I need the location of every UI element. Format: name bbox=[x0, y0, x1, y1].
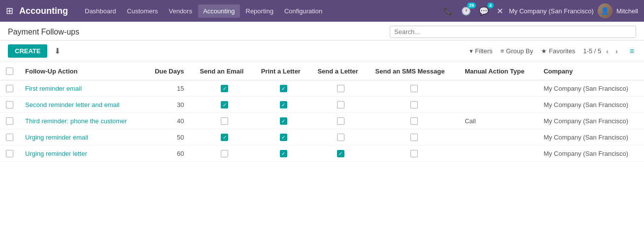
follow-up-action-cell[interactable]: Urging reminder letter bbox=[19, 145, 144, 162]
print-letter-cell[interactable]: ✓ bbox=[255, 129, 312, 145]
row-checkbox[interactable] bbox=[6, 150, 13, 157]
nav-reporting[interactable]: Reporting bbox=[241, 4, 278, 18]
page-title: Payment Follow-ups bbox=[8, 28, 390, 36]
follow-up-action-cell[interactable]: First reminder email bbox=[19, 80, 144, 97]
row-select[interactable] bbox=[0, 97, 19, 113]
follow-up-action-link[interactable]: Second reminder letter and email bbox=[25, 101, 120, 108]
clock-icon[interactable]: 🕐 29 bbox=[459, 4, 473, 18]
send-email-cell[interactable]: ✓ bbox=[194, 80, 255, 97]
table-row: First reminder email15✓✓My Company (San … bbox=[0, 80, 644, 97]
table-row: Third reminder: phone the customer40✓Cal… bbox=[0, 113, 644, 129]
table-wrap: Follow-Up Action Due Days Send an Email … bbox=[0, 62, 644, 162]
row-select[interactable] bbox=[0, 145, 19, 162]
send-email-cell[interactable] bbox=[194, 145, 255, 162]
row-select[interactable] bbox=[0, 113, 19, 129]
follow-up-action-cell[interactable]: Urging reminder email bbox=[19, 129, 144, 145]
follow-up-action-link[interactable]: Urging reminder letter bbox=[25, 150, 87, 157]
groupby-button[interactable]: ≡ Group By bbox=[500, 47, 533, 55]
col-header-manual-action: Manual Action Type bbox=[459, 62, 538, 80]
filter-icon: ▾ bbox=[470, 47, 473, 55]
pagination: 1-5 / 5 ‹ › bbox=[583, 46, 619, 56]
company-cell: My Company (San Francisco) bbox=[538, 129, 644, 145]
company-cell: My Company (San Francisco) bbox=[538, 97, 644, 113]
chat-badge: 4 bbox=[487, 2, 494, 8]
nav-configuration[interactable]: Configuration bbox=[279, 4, 327, 18]
manual-action-cell bbox=[459, 129, 538, 145]
search-input[interactable] bbox=[394, 28, 632, 36]
due-days-cell: 30 bbox=[144, 97, 194, 113]
send-letter-cell[interactable] bbox=[311, 97, 369, 113]
pagination-text: 1-5 / 5 bbox=[583, 47, 601, 55]
print-letter-cell[interactable]: ✓ bbox=[255, 80, 312, 97]
due-days-cell: 40 bbox=[144, 113, 194, 129]
send-letter-cell[interactable] bbox=[311, 113, 369, 129]
col-header-send-sms: Send an SMS Message bbox=[370, 62, 459, 80]
company-cell: My Company (San Francisco) bbox=[538, 145, 644, 162]
payment-followups-table: Follow-Up Action Due Days Send an Email … bbox=[0, 62, 644, 162]
send-letter-cell[interactable] bbox=[311, 129, 369, 145]
print-letter-cell[interactable]: ✓ bbox=[255, 97, 312, 113]
row-checkbox[interactable] bbox=[6, 101, 13, 108]
print-letter-cell[interactable]: ✓ bbox=[255, 113, 312, 129]
favorites-button[interactable]: ★ Favorites bbox=[541, 47, 575, 55]
send-sms-cell[interactable] bbox=[370, 145, 459, 162]
row-select[interactable] bbox=[0, 80, 19, 97]
table-row: Second reminder letter and email30✓✓My C… bbox=[0, 97, 644, 113]
search-bar-row: Payment Follow-ups bbox=[0, 22, 644, 40]
row-select[interactable] bbox=[0, 129, 19, 145]
select-all-header[interactable] bbox=[0, 62, 19, 80]
toolbar: CREATE ⬇ ▾ Filters ≡ Group By ★ Favorite… bbox=[0, 40, 644, 62]
prev-page-button[interactable]: ‹ bbox=[604, 46, 610, 56]
groupby-label: Group By bbox=[506, 47, 533, 55]
send-sms-cell[interactable] bbox=[370, 80, 459, 97]
follow-up-action-cell[interactable]: Third reminder: phone the customer bbox=[19, 113, 144, 129]
manual-action-cell bbox=[459, 80, 538, 97]
nav-dashboard[interactable]: Dashboard bbox=[80, 4, 121, 18]
due-days-cell: 50 bbox=[144, 129, 194, 145]
manual-action-cell bbox=[459, 97, 538, 113]
send-sms-cell[interactable] bbox=[370, 97, 459, 113]
list-view-button[interactable]: ≡ bbox=[628, 46, 636, 57]
download-button[interactable]: ⬇ bbox=[51, 44, 64, 58]
company-cell: My Company (San Francisco) bbox=[538, 80, 644, 97]
create-button[interactable]: CREATE bbox=[8, 44, 47, 58]
close-icon[interactable]: ✕ bbox=[495, 4, 505, 18]
nav-customers[interactable]: Customers bbox=[122, 4, 163, 18]
follow-up-action-link[interactable]: Third reminder: phone the customer bbox=[25, 117, 127, 125]
toolbar-right: ▾ Filters ≡ Group By ★ Favorites 1-5 / 5… bbox=[470, 46, 636, 57]
follow-up-action-link[interactable]: First reminder email bbox=[25, 85, 82, 92]
chat-icon[interactable]: 💬 4 bbox=[477, 4, 491, 18]
search-box[interactable] bbox=[390, 26, 636, 38]
row-checkbox[interactable] bbox=[6, 85, 13, 92]
next-page-button[interactable]: › bbox=[613, 46, 620, 56]
top-nav: ⊞ Accounting Dashboard Customers Vendors… bbox=[0, 0, 644, 22]
row-checkbox[interactable] bbox=[6, 117, 13, 125]
follow-up-action-cell[interactable]: Second reminder letter and email bbox=[19, 97, 144, 113]
nav-username: Mitchell bbox=[616, 7, 638, 15]
avatar[interactable]: 👤 bbox=[598, 3, 612, 18]
company-cell: My Company (San Francisco) bbox=[538, 113, 644, 129]
send-letter-cell[interactable] bbox=[311, 80, 369, 97]
table-row: Urging reminder letter60✓✓My Company (Sa… bbox=[0, 145, 644, 162]
favorites-label: Favorites bbox=[549, 47, 575, 55]
nav-vendors[interactable]: Vendors bbox=[164, 4, 197, 18]
print-letter-cell[interactable]: ✓ bbox=[255, 145, 312, 162]
send-email-cell[interactable]: ✓ bbox=[194, 129, 255, 145]
due-days-cell: 15 bbox=[144, 80, 194, 97]
filters-button[interactable]: ▾ Filters bbox=[470, 47, 492, 55]
nav-accounting[interactable]: Accounting bbox=[198, 4, 239, 18]
col-header-due-days: Due Days bbox=[144, 62, 194, 80]
send-email-cell[interactable] bbox=[194, 113, 255, 129]
follow-up-action-link[interactable]: Urging reminder email bbox=[25, 134, 88, 141]
phone-icon[interactable]: 📞 bbox=[441, 4, 455, 18]
app-brand: Accounting bbox=[19, 6, 68, 16]
send-letter-cell[interactable]: ✓ bbox=[311, 145, 369, 162]
send-sms-cell[interactable] bbox=[370, 129, 459, 145]
nav-company: My Company (San Francisco) bbox=[509, 7, 594, 15]
nav-links: Dashboard Customers Vendors Accounting R… bbox=[80, 4, 440, 18]
send-sms-cell[interactable] bbox=[370, 113, 459, 129]
row-checkbox[interactable] bbox=[6, 134, 13, 141]
app-grid-icon[interactable]: ⊞ bbox=[6, 5, 13, 16]
select-all-checkbox[interactable] bbox=[6, 68, 13, 75]
send-email-cell[interactable]: ✓ bbox=[194, 97, 255, 113]
